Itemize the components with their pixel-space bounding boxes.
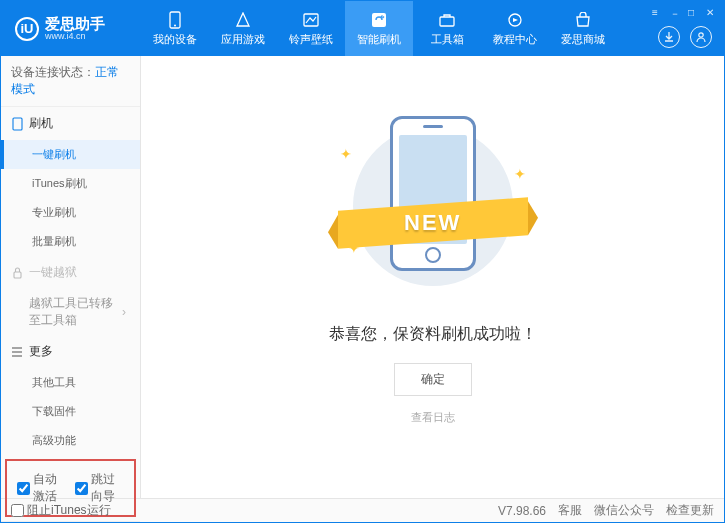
store-icon (574, 11, 592, 29)
connection-status: 设备连接状态：正常模式 (1, 56, 140, 107)
flash-icon (370, 11, 388, 29)
sidebar-item-firmware[interactable]: 下载固件 (4, 397, 140, 426)
tutorial-icon (506, 11, 524, 29)
nav-my-device[interactable]: 我的设备 (141, 1, 209, 56)
menu-icon[interactable]: ≡ (652, 7, 662, 17)
checkbox-auto-activate[interactable]: 自动激活 (17, 471, 67, 505)
nav-toolbox[interactable]: 工具箱 (413, 1, 481, 56)
sidebar-item-oneclick[interactable]: 一键刷机 (1, 140, 140, 169)
star-icon: ✦ (340, 146, 352, 162)
jailbreak-note[interactable]: 越狱工具已转移至工具箱› (1, 289, 140, 335)
sidebar-item-advanced[interactable]: 高级功能 (4, 426, 140, 455)
sidebar-item-pro[interactable]: 专业刷机 (4, 198, 140, 227)
phone-small-icon (11, 118, 23, 130)
logo-area: iU 爱思助手 www.i4.cn (1, 16, 141, 41)
new-banner: NEW (404, 210, 461, 236)
wallpaper-icon (302, 11, 320, 29)
chevron-right-icon: › (122, 305, 126, 319)
sidebar-item-itunes[interactable]: iTunes刷机 (4, 169, 140, 198)
service-link[interactable]: 客服 (558, 502, 582, 519)
nav-tutorials[interactable]: 教程中心 (481, 1, 549, 56)
phone-icon (166, 11, 184, 29)
status-bar: 阻止iTunes运行 V7.98.66 客服 微信公众号 检查更新 (1, 498, 724, 522)
maximize-icon[interactable]: □ (688, 7, 698, 17)
version-label: V7.98.66 (498, 504, 546, 518)
sidebar: 设备连接状态：正常模式 刷机 一键刷机 iTunes刷机 专业刷机 批量刷机 一… (1, 56, 141, 498)
nav-flash[interactable]: 智能刷机 (345, 1, 413, 56)
svg-rect-8 (14, 272, 21, 278)
apps-icon (234, 11, 252, 29)
svg-point-6 (699, 33, 703, 37)
sidebar-flash-header[interactable]: 刷机 (1, 107, 140, 140)
checkbox-skip-guide[interactable]: 跳过向导 (75, 471, 125, 505)
lock-icon (11, 267, 23, 279)
svg-point-1 (174, 24, 176, 26)
top-nav: 我的设备 应用游戏 铃声壁纸 智能刷机 工具箱 教程中心 爱思商城 (141, 1, 617, 56)
view-log-link[interactable]: 查看日志 (411, 410, 455, 425)
sidebar-item-other[interactable]: 其他工具 (4, 368, 140, 397)
minimize-icon[interactable]: － (670, 7, 680, 17)
svg-rect-7 (13, 118, 22, 130)
nav-store[interactable]: 爱思商城 (549, 1, 617, 56)
nav-ringtones[interactable]: 铃声壁纸 (277, 1, 345, 56)
ok-button[interactable]: 确定 (394, 363, 472, 396)
svg-rect-3 (372, 13, 386, 27)
logo-icon: iU (15, 17, 39, 41)
success-illustration: ✦ ✦ ✦ NEW (348, 116, 518, 296)
sidebar-item-batch[interactable]: 批量刷机 (4, 227, 140, 256)
sidebar-jailbreak-header: 一键越狱 (1, 256, 140, 289)
nav-apps[interactable]: 应用游戏 (209, 1, 277, 56)
toolbox-icon (438, 11, 456, 29)
user-button[interactable] (690, 26, 712, 48)
sidebar-more-header[interactable]: 更多 (1, 335, 140, 368)
update-link[interactable]: 检查更新 (666, 502, 714, 519)
app-header: iU 爱思助手 www.i4.cn 我的设备 应用游戏 铃声壁纸 智能刷机 工具… (1, 1, 724, 56)
main-content: ✦ ✦ ✦ NEW 恭喜您，保资料刷机成功啦！ 确定 查看日志 (141, 56, 724, 498)
close-icon[interactable]: ✕ (706, 7, 716, 17)
list-icon (11, 346, 23, 358)
svg-rect-2 (304, 14, 318, 26)
download-button[interactable] (658, 26, 680, 48)
checkbox-block-itunes[interactable]: 阻止iTunes运行 (11, 502, 111, 519)
star-icon: ✦ (514, 166, 526, 182)
wechat-link[interactable]: 微信公众号 (594, 502, 654, 519)
app-title: 爱思助手 (45, 16, 105, 31)
success-message: 恭喜您，保资料刷机成功啦！ (329, 324, 537, 345)
window-controls: ≡ － □ ✕ (652, 7, 716, 17)
svg-rect-4 (440, 17, 454, 26)
app-url: www.i4.cn (45, 31, 105, 41)
